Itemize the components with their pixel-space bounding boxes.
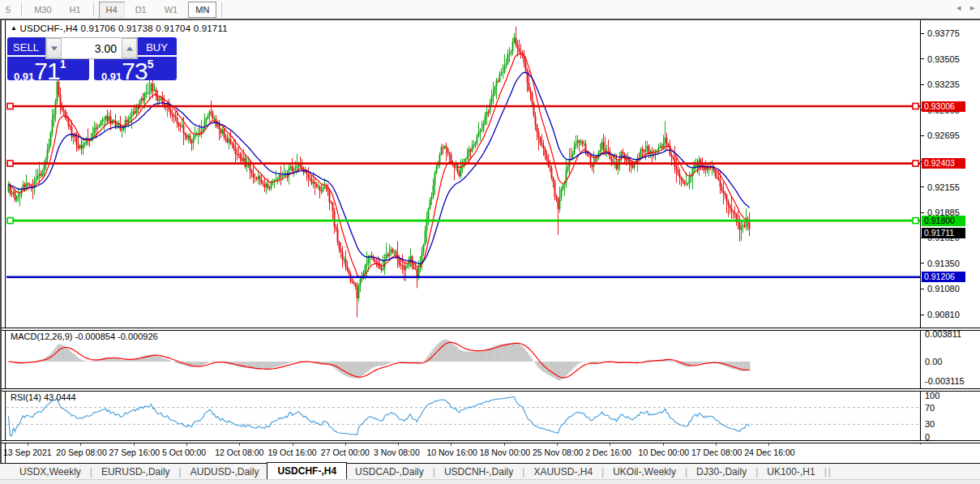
time-axis-tick bbox=[293, 443, 293, 446]
timeframe-button-w1[interactable]: W1 bbox=[157, 2, 186, 18]
time-axis-label: 27 Sep 16:00 bbox=[109, 448, 160, 457]
time-axis-label: 2 Dec 16:00 bbox=[585, 448, 631, 457]
time-axis-label: 24 Dec 16:00 bbox=[744, 448, 794, 457]
chart-tab-bar: USDX,Weekly|EURUSD-,Daily|AUDUSD-,DailyU… bbox=[0, 463, 980, 480]
price-tick-mark bbox=[921, 263, 924, 263]
tab-separator: | bbox=[522, 466, 524, 478]
time-axis-tick bbox=[610, 443, 610, 446]
price-tick-mark bbox=[921, 289, 924, 289]
price-tick-mark bbox=[921, 212, 924, 213]
chart-tab-usdcad-daily[interactable]: USDCAD-,Daily bbox=[347, 465, 432, 479]
time-axis-tick bbox=[80, 443, 81, 446]
volume-control bbox=[45, 37, 138, 59]
macd-scale-label: 0.00 bbox=[925, 357, 942, 366]
ask-price: 0.91735 bbox=[101, 58, 153, 85]
macd-histogram bbox=[9, 340, 750, 380]
time-axis-label: 19 Oct 16:00 bbox=[268, 448, 317, 457]
ask-prefix: 0.91 bbox=[101, 71, 122, 83]
price-tick-label: 0.91080 bbox=[927, 284, 960, 293]
timeframe-button-5[interactable]: 5 bbox=[0, 2, 18, 18]
volume-input[interactable] bbox=[62, 38, 122, 58]
price-badge-line-0.91206: 0.91206 bbox=[922, 272, 965, 282]
timeframe-button-h4[interactable]: H4 bbox=[99, 2, 125, 18]
time-axis-tick bbox=[398, 443, 399, 446]
bid-pip-digit: 1 bbox=[60, 58, 66, 71]
price-tick-label: 0.93505 bbox=[927, 54, 960, 64]
ma-fast-line bbox=[9, 54, 750, 277]
tabs-scroll-left-icon[interactable]: ◂ bbox=[956, 2, 961, 13]
volume-increase-button[interactable] bbox=[122, 38, 137, 58]
time-axis-label: 10 Nov 16:00 bbox=[426, 448, 477, 457]
tab-separator: | bbox=[601, 466, 604, 478]
rsi-scale-label: 70 bbox=[925, 403, 935, 413]
tab-separator: | bbox=[828, 466, 831, 478]
one-click-trade-panel: SELL BUY 0.91711 0.91735 bbox=[7, 37, 179, 80]
chart-tab-usdcnh-daily[interactable]: USDCNH-,Daily bbox=[436, 465, 521, 479]
macd-scale-label: -0.003115 bbox=[925, 376, 965, 386]
chart-tab-usdx-weekly[interactable]: USDX,Weekly bbox=[11, 465, 89, 479]
time-axis-tick bbox=[345, 443, 346, 446]
collapse-panel-icon[interactable]: ▲ bbox=[11, 24, 17, 32]
chart-tab-usdchf-h4[interactable]: USDCHF-,H4 bbox=[267, 462, 347, 481]
time-axis-tick bbox=[451, 443, 451, 446]
chart-tab-dj30-daily[interactable]: DJ30-,Daily bbox=[688, 465, 755, 479]
ask-pip-digit: 5 bbox=[148, 58, 154, 71]
hline-0.91800[interactable] bbox=[6, 218, 920, 224]
price-badge-line-0.91800: 0.91800 bbox=[922, 216, 965, 226]
tab-separator: | bbox=[685, 466, 687, 478]
bid-prefix: 0.91 bbox=[14, 71, 34, 83]
time-axis-tick bbox=[239, 443, 240, 446]
tab-separator: | bbox=[755, 466, 758, 478]
price-badge-line-0.93006: 0.93006 bbox=[922, 101, 965, 112]
price-tick-label: 0.93775 bbox=[927, 28, 960, 38]
time-axis-label: 17 Dec 08:00 bbox=[691, 448, 742, 457]
chart-tab-ukoil-weekly[interactable]: UKOil-,Weekly bbox=[605, 465, 684, 479]
bid-big-digits: 71 bbox=[34, 58, 59, 84]
ask-big-digits: 73 bbox=[122, 58, 147, 84]
timeframe-button-m30[interactable]: M30 bbox=[27, 2, 58, 18]
mt4-terminal: 5M30H1H4D1W1MN ▲ USDCHF-,H4 0.91706 0.91… bbox=[0, 0, 980, 484]
rsi-scale-label: 100 bbox=[925, 391, 939, 400]
price-tick-label: 0.90810 bbox=[927, 310, 960, 319]
time-axis-tick bbox=[716, 443, 717, 446]
time-axis-tick bbox=[557, 443, 558, 446]
hline-0.93006[interactable] bbox=[6, 104, 920, 109]
time-axis-label: 5 Oct 00:00 bbox=[162, 448, 206, 457]
macd-label: MACD(12,26,9) -0.000854 -0.000926 bbox=[11, 332, 158, 341]
time-axis-label: 18 Nov 00:00 bbox=[480, 448, 530, 457]
timeframe-toolbar: 5M30H1H4D1W1MN bbox=[0, 0, 980, 19]
chart-ohlc-header: ▲ USDCHF-,H4 0.91706 0.91738 0.91704 0.9… bbox=[11, 24, 228, 33]
time-axis-label: 20 Sep 08:00 bbox=[56, 448, 106, 457]
time-axis-tick bbox=[28, 443, 28, 446]
chart-tab-eurusd-daily[interactable]: EURUSD-,Daily bbox=[93, 465, 178, 479]
timeframe-button-h1[interactable]: H1 bbox=[62, 2, 88, 18]
time-axis-tick bbox=[134, 443, 135, 446]
tab-separator: | bbox=[179, 466, 182, 478]
timeframe-button-d1[interactable]: D1 bbox=[128, 2, 154, 18]
ma-slow-line bbox=[9, 72, 750, 263]
bid-price: 0.91711 bbox=[14, 58, 66, 85]
price-tick-mark bbox=[921, 84, 924, 85]
price-tick-label: 0.92695 bbox=[927, 131, 960, 140]
chart-tab-xauusd-h4[interactable]: XAUUSD-,H4 bbox=[525, 465, 601, 479]
rsi-timescale-separator bbox=[2, 440, 980, 443]
hline-0.92403[interactable] bbox=[6, 161, 920, 166]
tabs-scroll-right-icon[interactable]: ▸ bbox=[970, 2, 975, 13]
price-badge-current-0.91711: 0.91711 bbox=[922, 228, 965, 238]
time-axis-tick bbox=[504, 443, 505, 446]
chart-tab-audusd-daily[interactable]: AUDUSD-,Daily bbox=[182, 465, 267, 479]
timeframe-button-mn[interactable]: MN bbox=[188, 2, 216, 18]
rsi-indicator-pane[interactable] bbox=[6, 392, 920, 440]
rsi-scale-label: 0 bbox=[925, 432, 930, 442]
time-axis-label: 27 Oct 00:00 bbox=[321, 448, 370, 457]
time-axis-label: 12 Oct 08:00 bbox=[215, 448, 263, 457]
price-tick-mark bbox=[921, 186, 924, 187]
chart-tab-uk100-h1[interactable]: UK100-,H1 bbox=[759, 465, 823, 479]
time-axis-label: 25 Nov 08:00 bbox=[533, 448, 583, 457]
volume-decrease-button[interactable] bbox=[46, 38, 62, 58]
chart-window-top-border bbox=[0, 19, 980, 20]
buy-button[interactable]: BUY bbox=[137, 41, 177, 54]
price-tick-mark bbox=[921, 315, 924, 315]
sell-button[interactable]: SELL bbox=[7, 41, 45, 54]
price-tick-mark bbox=[921, 33, 924, 34]
